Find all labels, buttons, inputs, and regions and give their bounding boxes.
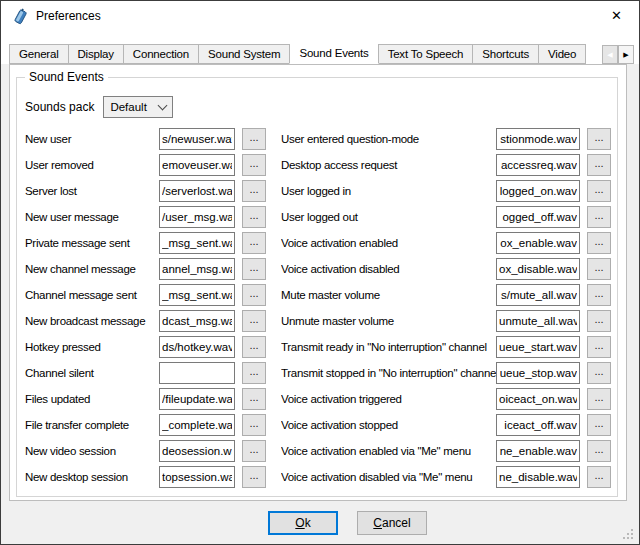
browse-button[interactable]: ...: [242, 414, 266, 436]
sound-file-input[interactable]: [159, 336, 235, 358]
tab-video[interactable]: Video: [538, 44, 586, 64]
browse-button[interactable]: ...: [587, 206, 611, 228]
sound-file-input[interactable]: [159, 466, 235, 488]
tab-strip: GeneralDisplayConnectionSound SystemSoun…: [9, 44, 602, 64]
sound-file-input[interactable]: [496, 258, 580, 280]
close-icon[interactable]: ✕: [594, 1, 639, 30]
browse-button[interactable]: ...: [242, 466, 266, 488]
browse-button[interactable]: ...: [242, 336, 266, 358]
browse-button[interactable]: ...: [242, 154, 266, 176]
sound-file-input[interactable]: [159, 232, 235, 254]
sound-file-input[interactable]: [496, 180, 580, 202]
preferences-dialog: Preferences ✕ GeneralDisplayConnectionSo…: [0, 0, 640, 545]
browse-button[interactable]: ...: [587, 284, 611, 306]
browse-button[interactable]: ...: [587, 414, 611, 436]
sound-file-input[interactable]: [159, 362, 235, 384]
browse-button[interactable]: ...: [587, 310, 611, 332]
sound-file-input[interactable]: [496, 362, 580, 384]
tab-shortcuts[interactable]: Shortcuts: [472, 44, 539, 64]
sound-event-row: Private message sent ...: [25, 230, 281, 256]
sound-event-row: Channel silent ...: [25, 360, 281, 386]
sounds-pack-value: Default: [110, 101, 159, 113]
cancel-button[interactable]: Cancel: [357, 511, 427, 535]
sound-event-row: New broadcast message ...: [25, 308, 281, 334]
sound-file-input[interactable]: [159, 180, 235, 202]
sound-event-row: Channel message sent ...: [25, 282, 281, 308]
sound-file-input[interactable]: [159, 310, 235, 332]
browse-button[interactable]: ...: [587, 128, 611, 150]
sound-file-input[interactable]: [159, 206, 235, 228]
tab-text-to-speech[interactable]: Text To Speech: [378, 44, 474, 64]
sound-event-row: Voice activation enabled via "Me" menu .…: [281, 438, 613, 464]
sound-file-input[interactable]: [496, 466, 580, 488]
sound-file-input[interactable]: [159, 284, 235, 306]
sound-file-input[interactable]: [496, 310, 580, 332]
sound-file-input[interactable]: [159, 440, 235, 462]
sound-file-input[interactable]: [496, 128, 580, 150]
sounds-pack-select[interactable]: Default: [103, 96, 173, 118]
browse-button[interactable]: ...: [587, 232, 611, 254]
browse-button[interactable]: ...: [587, 440, 611, 462]
sound-event-row: Voice activation disabled via "Me" menu …: [281, 464, 613, 490]
sound-event-row: Voice activation enabled ...: [281, 230, 613, 256]
browse-button[interactable]: ...: [587, 180, 611, 202]
browse-button[interactable]: ...: [242, 310, 266, 332]
browse-button[interactable]: ...: [587, 466, 611, 488]
browse-button[interactable]: ...: [587, 258, 611, 280]
browse-button[interactable]: ...: [587, 362, 611, 384]
resize-grip[interactable]: [621, 527, 623, 529]
browse-button[interactable]: ...: [587, 154, 611, 176]
sound-event-row: Voice activation disabled ...: [281, 256, 613, 282]
sound-event-label: Voice activation enabled via "Me" menu: [281, 445, 496, 457]
sound-event-label: Files updated: [25, 393, 159, 405]
sound-event-label: New broadcast message: [25, 315, 159, 327]
tab-sound-events[interactable]: Sound Events: [289, 44, 378, 64]
browse-button[interactable]: ...: [242, 284, 266, 306]
sound-file-input[interactable]: [159, 258, 235, 280]
sound-event-row: Transmit stopped in "No interruption" ch…: [281, 360, 613, 386]
chevron-down-icon: [158, 100, 168, 110]
browse-button[interactable]: ...: [242, 232, 266, 254]
tab-connection[interactable]: Connection: [123, 44, 199, 64]
tab-general[interactable]: General: [9, 44, 69, 64]
sound-events-groupbox: Sound Events Sounds pack Default New use…: [16, 77, 618, 497]
sound-file-input[interactable]: [496, 388, 580, 410]
browse-button[interactable]: ...: [242, 258, 266, 280]
browse-button[interactable]: ...: [242, 180, 266, 202]
tab-bar: GeneralDisplayConnectionSound SystemSoun…: [1, 31, 639, 64]
tab-scroll-left-icon[interactable]: ◀: [602, 45, 618, 64]
browse-button[interactable]: ...: [242, 440, 266, 462]
sound-event-row: Files updated ...: [25, 386, 281, 412]
sound-file-input[interactable]: [496, 284, 580, 306]
tab-display[interactable]: Display: [68, 44, 124, 64]
sound-file-input[interactable]: [496, 154, 580, 176]
browse-button[interactable]: ...: [242, 362, 266, 384]
sound-event-row: New channel message ...: [25, 256, 281, 282]
sound-event-row: Desktop access request ...: [281, 152, 613, 178]
browse-button[interactable]: ...: [242, 128, 266, 150]
sound-event-label: File transfer complete: [25, 419, 159, 431]
sound-file-input[interactable]: [159, 414, 235, 436]
sound-file-input[interactable]: [496, 440, 580, 462]
sound-file-input[interactable]: [159, 128, 235, 150]
sound-file-input[interactable]: [159, 154, 235, 176]
sound-file-input[interactable]: [496, 206, 580, 228]
sound-event-label: User logged in: [281, 185, 496, 197]
sound-file-input[interactable]: [496, 232, 580, 254]
sound-event-label: Channel message sent: [25, 289, 159, 301]
sounds-pack-label: Sounds pack: [25, 100, 94, 114]
browse-button[interactable]: ...: [587, 388, 611, 410]
ok-button[interactable]: Ok: [268, 511, 338, 535]
browse-button[interactable]: ...: [242, 206, 266, 228]
tab-sound-system[interactable]: Sound System: [198, 44, 290, 64]
sound-event-label: User removed: [25, 159, 159, 171]
sound-event-row: Unmute master volume ...: [281, 308, 613, 334]
sound-event-label: Transmit ready in "No interruption" chan…: [281, 341, 496, 353]
sound-file-input[interactable]: [496, 336, 580, 358]
sound-event-row: Voice activation triggered ...: [281, 386, 613, 412]
browse-button[interactable]: ...: [242, 388, 266, 410]
sound-file-input[interactable]: [496, 414, 580, 436]
browse-button[interactable]: ...: [587, 336, 611, 358]
tab-scroll-right-icon[interactable]: ▶: [618, 45, 634, 64]
sound-file-input[interactable]: [159, 388, 235, 410]
